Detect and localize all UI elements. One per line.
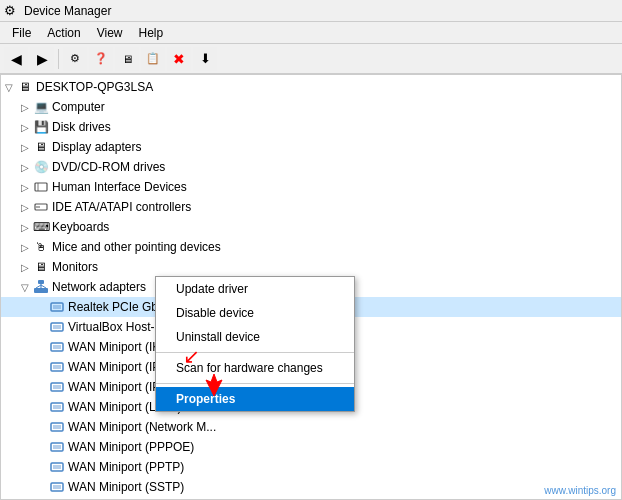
label-hid: Human Interface Devices <box>52 180 187 194</box>
icon-wan-pptp <box>49 459 65 475</box>
ctx-properties[interactable]: Properties <box>156 387 354 411</box>
toggle-monitors[interactable]: ▷ <box>17 259 33 275</box>
svg-rect-5 <box>34 288 48 293</box>
label-mice: Mice and other pointing devices <box>52 240 221 254</box>
toggle-dvd[interactable]: ▷ <box>17 159 33 175</box>
toolbar-scan[interactable]: ⬇ <box>193 47 217 71</box>
label-wan-ip: WAN Miniport (IP) <box>68 360 164 374</box>
toggle-ide[interactable]: ▷ <box>17 199 33 215</box>
icon-mice: 🖱 <box>33 239 49 255</box>
tree-item-ide[interactable]: ▷ IDE ATA/ATAPI controllers <box>1 197 621 217</box>
menu-view[interactable]: View <box>89 24 131 42</box>
icon-hid <box>33 179 49 195</box>
svg-rect-13 <box>53 325 61 329</box>
title-bar-text: Device Manager <box>24 4 111 18</box>
tree-item-wan-pppoe[interactable]: ▷ WAN Miniport (PPPOE) <box>1 437 621 457</box>
icon-wan-ip <box>49 359 65 375</box>
svg-rect-23 <box>53 425 61 429</box>
toolbar-forward[interactable]: ▶ <box>30 47 54 71</box>
label-wan-pptp: WAN Miniport (PPTP) <box>68 460 184 474</box>
tree-item-wan-sstp[interactable]: ▷ WAN Miniport (SSTP) <box>1 477 621 497</box>
svg-rect-6 <box>38 280 44 284</box>
toggle-computer[interactable]: ▷ <box>17 99 33 115</box>
toggle-network[interactable]: ▽ <box>17 279 33 295</box>
root-toggle[interactable]: ▽ <box>1 79 17 95</box>
tree-item-wan-pptp[interactable]: ▷ WAN Miniport (PPTP) <box>1 457 621 477</box>
toolbar-dm[interactable]: 🖥 <box>115 47 139 71</box>
label-disk: Disk drives <box>52 120 111 134</box>
ctx-scan[interactable]: Scan for hardware changes <box>156 356 354 380</box>
tree-root[interactable]: ▽ 🖥 DESKTOP-QPG3LSA <box>1 77 621 97</box>
label-monitors: Monitors <box>52 260 98 274</box>
icon-realtek <box>49 299 65 315</box>
toolbar-add[interactable]: 📋 <box>141 47 165 71</box>
svg-rect-25 <box>53 445 61 449</box>
root-icon: 🖥 <box>17 79 33 95</box>
menu-help[interactable]: Help <box>131 24 172 42</box>
icon-wan-pppoe <box>49 439 65 455</box>
menu-action[interactable]: Action <box>39 24 88 42</box>
toggle-disk[interactable]: ▷ <box>17 119 33 135</box>
svg-rect-15 <box>53 345 61 349</box>
icon-wan-sstp <box>49 479 65 495</box>
tree-item-disk[interactable]: ▷ 💾 Disk drives <box>1 117 621 137</box>
label-computer: Computer <box>52 100 105 114</box>
label-network: Network adapters <box>52 280 146 294</box>
toggle-display[interactable]: ▷ <box>17 139 33 155</box>
icon-disk: 💾 <box>33 119 49 135</box>
tree-item-display[interactable]: ▷ 🖥 Display adapters <box>1 137 621 157</box>
ctx-sep1 <box>156 352 354 353</box>
watermark: www.wintips.org <box>544 485 616 496</box>
tree-item-hid[interactable]: ▷ Human Interface Devices <box>1 177 621 197</box>
label-wan-pppoe: WAN Miniport (PPPOE) <box>68 440 194 454</box>
tree-item-keyboards[interactable]: ▷ ⌨ Keyboards <box>1 217 621 237</box>
svg-line-9 <box>41 285 46 288</box>
label-wan-netm: WAN Miniport (Network M... <box>68 420 216 434</box>
icon-ide <box>33 199 49 215</box>
toolbar-properties[interactable]: ⚙ <box>63 47 87 71</box>
tree-item-wan-netm[interactable]: ▷ WAN Miniport (Network M... <box>1 417 621 437</box>
main-content: ▽ 🖥 DESKTOP-QPG3LSA ▷ 💻 Computer ▷ 💾 Dis… <box>0 74 622 500</box>
icon-network <box>33 279 49 295</box>
icon-wan-netm <box>49 419 65 435</box>
title-bar-icon: ⚙ <box>4 3 20 19</box>
label-keyboards: Keyboards <box>52 220 109 234</box>
icon-computer: 💻 <box>33 99 49 115</box>
toolbar: ◀ ▶ ⚙ ❓ 🖥 📋 ✖ ⬇ <box>0 44 622 74</box>
icon-monitors: 🖥 <box>33 259 49 275</box>
svg-rect-21 <box>53 405 61 409</box>
menu-bar: File Action View Help <box>0 22 622 44</box>
toolbar-back[interactable]: ◀ <box>4 47 28 71</box>
label-dvd: DVD/CD-ROM drives <box>52 160 165 174</box>
tree-item-dvd[interactable]: ▷ 💿 DVD/CD-ROM drives <box>1 157 621 177</box>
svg-rect-19 <box>53 385 61 389</box>
ctx-disable[interactable]: Disable device <box>156 301 354 325</box>
svg-rect-11 <box>53 305 61 309</box>
icon-vbox <box>49 319 65 335</box>
ctx-update[interactable]: Update driver <box>156 277 354 301</box>
toggle-keyboards[interactable]: ▷ <box>17 219 33 235</box>
toolbar-help[interactable]: ❓ <box>89 47 113 71</box>
toggle-hid[interactable]: ▷ <box>17 179 33 195</box>
svg-rect-29 <box>53 485 61 489</box>
menu-file[interactable]: File <box>4 24 39 42</box>
toggle-mice[interactable]: ▷ <box>17 239 33 255</box>
tree-item-computer[interactable]: ▷ 💻 Computer <box>1 97 621 117</box>
tree-item-mice[interactable]: ▷ 🖱 Mice and other pointing devices <box>1 237 621 257</box>
label-ide: IDE ATA/ATAPI controllers <box>52 200 191 214</box>
icon-keyboards: ⌨ <box>33 219 49 235</box>
ctx-uninstall[interactable]: Uninstall device <box>156 325 354 349</box>
icon-wan-l2tp <box>49 399 65 415</box>
label-wan-sstp: WAN Miniport (SSTP) <box>68 480 184 494</box>
icon-display: 🖥 <box>33 139 49 155</box>
svg-rect-27 <box>53 465 61 469</box>
root-label: DESKTOP-QPG3LSA <box>36 80 153 94</box>
context-menu: Update driver Disable device Uninstall d… <box>155 276 355 412</box>
toolbar-remove[interactable]: ✖ <box>167 47 191 71</box>
svg-rect-17 <box>53 365 61 369</box>
title-bar: ⚙ Device Manager <box>0 0 622 22</box>
tree-item-monitors[interactable]: ▷ 🖥 Monitors <box>1 257 621 277</box>
svg-rect-0 <box>35 183 47 191</box>
svg-line-8 <box>36 285 41 288</box>
label-display: Display adapters <box>52 140 141 154</box>
